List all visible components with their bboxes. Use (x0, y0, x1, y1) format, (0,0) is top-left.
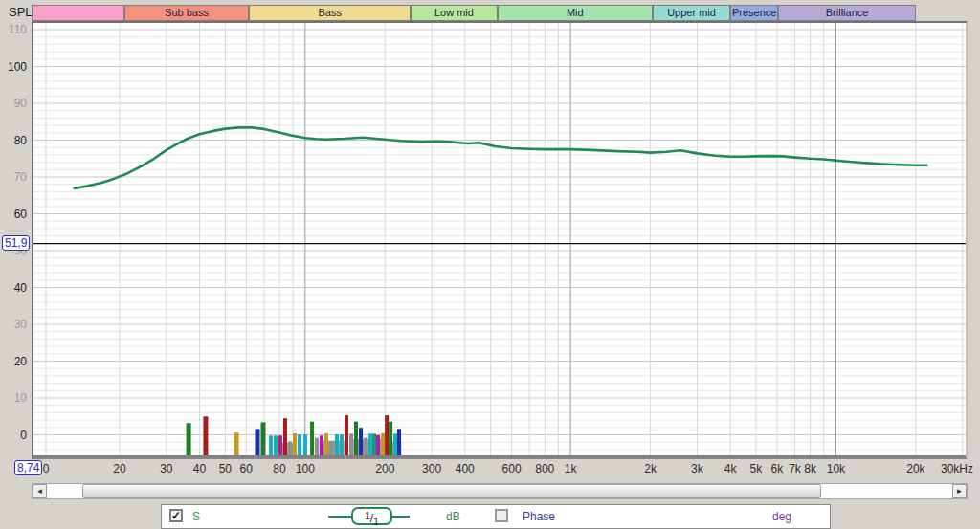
spectrum-bar (397, 429, 401, 455)
spectrum-bar (303, 434, 307, 455)
cursor-x-readout[interactable]: 8,74 (14, 460, 42, 475)
cursor-y-readout[interactable]: 51,9 (2, 235, 30, 251)
spectrum-bar (261, 422, 266, 455)
x-tick-label: 100 (296, 463, 315, 475)
x-tick-label: 5k (750, 463, 763, 475)
x-tick-label: 40 (193, 463, 206, 475)
x-tick-label: 4k (724, 463, 737, 475)
spl-axis-title: SPL (9, 5, 33, 19)
spectrum-bar (345, 415, 348, 455)
fraction-left-line (328, 516, 351, 518)
spectrum-bar (324, 433, 328, 455)
band-segment (32, 5, 124, 21)
y-tick-label: 100 (0, 61, 27, 73)
y-tick-label: 70 (0, 171, 27, 183)
spectrum-bar (364, 438, 368, 455)
spectrum-bar (298, 434, 301, 455)
x-tick-label: 20k (906, 463, 924, 475)
band-segment: Brilliance (778, 5, 916, 21)
spectrum-bar (288, 441, 292, 455)
spectrum-bar (293, 433, 297, 455)
x-tick-label: 300 (422, 463, 441, 475)
x-tick-label: 50 (219, 463, 232, 475)
spl-analyzer-window: SPL Sub bassBassLow midMidUpper midPrese… (0, 0, 980, 529)
spectrum-bar (274, 435, 278, 455)
spectrum-bar (393, 433, 397, 455)
s-checkbox[interactable]: ✓ (169, 509, 183, 522)
y-tick-label: 80 (0, 135, 27, 146)
x-tick-label: 0 (43, 463, 50, 475)
checkmark-icon: ✓ (171, 509, 181, 522)
x-tick-label: 30 (160, 463, 172, 475)
scrollbar-thumb[interactable] (82, 484, 821, 498)
spectrum-bar (203, 416, 208, 455)
spectrum-bar (234, 432, 239, 455)
spectrum-bar (278, 435, 282, 455)
scroll-left-button[interactable]: ◄ (33, 484, 47, 498)
spectrum-bar (368, 433, 372, 455)
fraction-denominator: 1 (373, 517, 379, 527)
x-tick-label: 3k (691, 463, 703, 475)
x-tick-label: 400 (456, 463, 475, 475)
x-tick-label: 600 (502, 463, 522, 475)
x-tick-label: 30kHz (941, 463, 973, 475)
x-tick-label: 7k (789, 463, 801, 475)
fraction-right-line (392, 516, 410, 518)
s-label: S (192, 510, 200, 523)
spectrum-bar (389, 422, 392, 455)
x-tick-label: 6k (771, 463, 784, 475)
x-tick-label: 800 (535, 463, 554, 475)
spectrum-bar (359, 428, 363, 455)
x-tick-label: 2k (644, 463, 657, 475)
x-tick-label: 8k (804, 463, 816, 475)
y-tick-label: 0 (0, 430, 27, 441)
spectrum-bar (320, 435, 323, 455)
spectrum-bar (376, 435, 380, 455)
spectrum-bar (335, 434, 339, 455)
horizontal-scrollbar[interactable]: ◄ ► (32, 483, 968, 499)
spectrum-bar (340, 434, 344, 455)
x-tick-label: 60 (240, 463, 253, 475)
spl-chart (32, 21, 968, 459)
y-tick-label: 40 (0, 282, 27, 294)
fraction-selector[interactable]: 1/1 (351, 507, 392, 525)
x-tick-label: 10k (827, 463, 845, 475)
phase-checkbox[interactable] (495, 509, 508, 522)
control-bar: ✓ S 1/1 dB Phase deg (161, 504, 831, 529)
spectrum-bar (385, 415, 389, 455)
y-tick-label: 20 (0, 356, 27, 367)
band-segment: Sub bass (124, 5, 250, 21)
x-tick-label: 80 (273, 463, 285, 475)
spectrum-bar (269, 435, 273, 455)
band-segment: Presence (730, 5, 778, 21)
spectrum-bar (315, 438, 319, 455)
spectrum-bar (372, 433, 376, 455)
spectrum-bar (255, 429, 259, 455)
band-segment: Upper mid (653, 5, 730, 21)
x-tick-label: 20 (113, 463, 125, 475)
phase-label: Phase (523, 510, 555, 523)
y-tick-label: 90 (0, 98, 27, 109)
spl-curve[interactable] (75, 127, 927, 188)
y-tick-label: 30 (0, 319, 27, 330)
spectrum-bar (283, 418, 287, 455)
y-tick-label: 60 (0, 209, 27, 220)
x-tick-label: 1k (565, 463, 577, 475)
spectrum-bar (187, 423, 191, 455)
y-tick-label: 10 (0, 392, 27, 404)
band-segment: Low mid (411, 5, 497, 21)
band-segment: Mid (498, 5, 653, 21)
x-tick-label: 200 (375, 463, 394, 475)
scroll-right-button[interactable]: ► (952, 484, 967, 498)
spectrum-bar (354, 422, 358, 455)
band-segment: Bass (249, 5, 411, 21)
scroll-left-icon: ◄ (36, 487, 44, 496)
spectrum-bar (381, 433, 385, 455)
spectrum-bar (310, 422, 314, 455)
db-unit-label: dB (446, 510, 460, 523)
spectrum-bar (349, 433, 353, 455)
y-tick-label: 110 (0, 24, 27, 35)
spectrum-bar (328, 441, 333, 455)
scroll-right-icon: ► (956, 487, 964, 496)
deg-unit-label: deg (772, 510, 791, 523)
